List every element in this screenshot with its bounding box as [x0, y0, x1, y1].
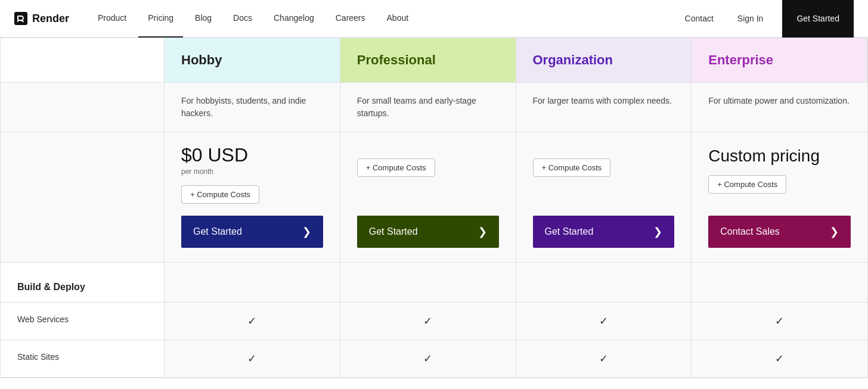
- section-empty-organization: [516, 263, 692, 303]
- section-label-text: Build & Deploy: [17, 282, 85, 292]
- cta-label-enterprise: Contact Sales: [720, 226, 780, 237]
- pricing-table: Hobby Professional Organization Enterpri…: [0, 38, 868, 378]
- plan-name-professional: Professional: [357, 52, 436, 67]
- feature-check-web-services-enterprise: ✓: [692, 303, 867, 340]
- feature-check-static-sites-organization: ✓: [516, 340, 692, 378]
- brand-logo[interactable]: Render: [14, 12, 69, 25]
- render-logo-icon: [14, 12, 27, 25]
- arrow-icon-enterprise: ❯: [830, 225, 839, 238]
- feature-check-static-sites-enterprise: ✓: [692, 340, 867, 378]
- plan-header-hobby: Hobby: [165, 38, 340, 83]
- plan-name-hobby: Hobby: [181, 52, 222, 67]
- feature-check-static-sites-professional: ✓: [340, 340, 516, 378]
- checkmark: ✓: [775, 353, 784, 365]
- brand-name: Render: [32, 13, 69, 25]
- plan-cta-professional: Get Started ❯: [340, 216, 516, 263]
- arrow-icon-professional: ❯: [478, 225, 487, 238]
- plan-desc-professional: For small teams and early-stage startups…: [340, 83, 516, 132]
- compute-costs-enterprise[interactable]: + Compute Costs: [708, 175, 786, 194]
- nav-blog[interactable]: Blog: [185, 0, 221, 38]
- nav-docs[interactable]: Docs: [224, 0, 262, 38]
- plan-cta-hobby: Get Started ❯: [165, 216, 340, 263]
- compute-costs-organization[interactable]: + Compute Costs: [533, 158, 611, 177]
- section-label-build-deploy: Build & Deploy: [1, 263, 165, 303]
- pricing-wrapper: Hobby Professional Organization Enterpri…: [0, 38, 868, 378]
- nav-right: Contact Sign In Get Started: [675, 0, 854, 38]
- cta-label-organization: Get Started: [545, 226, 594, 237]
- plan-price-professional: + Compute Costs: [340, 132, 516, 216]
- cta-button-enterprise[interactable]: Contact Sales ❯: [708, 216, 851, 248]
- checkmark: ✓: [423, 353, 432, 365]
- plan-price-enterprise: Custom pricing + Compute Costs: [692, 132, 867, 216]
- feature-label-web-services: Web Services: [1, 303, 165, 340]
- feature-check-static-sites-hobby: ✓: [165, 340, 340, 378]
- nav-changelog[interactable]: Changelog: [264, 0, 324, 38]
- checkmark: ✓: [247, 315, 256, 327]
- cta-empty-cell: [1, 216, 165, 263]
- checkmark: ✓: [599, 353, 608, 365]
- cta-label-professional: Get Started: [369, 226, 418, 237]
- plan-cta-organization: Get Started ❯: [516, 216, 692, 263]
- price-empty-cell: [1, 132, 165, 216]
- price-amount-hobby: $0 USD: [181, 144, 323, 166]
- custom-pricing-label: Custom pricing: [708, 144, 851, 166]
- checkmark: ✓: [247, 353, 256, 365]
- feature-name-web-services: Web Services: [17, 315, 69, 324]
- nav-links: Product Pricing Blog Docs Changelog Care…: [88, 0, 675, 38]
- nav-get-started-button[interactable]: Get Started: [782, 0, 854, 38]
- section-empty-professional: [340, 263, 516, 303]
- nav-about[interactable]: About: [377, 0, 418, 38]
- checkmark: ✓: [423, 315, 432, 327]
- compute-costs-hobby[interactable]: + Compute Costs: [181, 185, 259, 204]
- nav-product[interactable]: Product: [88, 0, 136, 38]
- plan-header-organization: Organization: [516, 38, 692, 83]
- cta-button-organization[interactable]: Get Started ❯: [533, 216, 675, 248]
- price-period-hobby: per month: [181, 167, 323, 176]
- plan-cta-enterprise: Contact Sales ❯: [692, 216, 867, 263]
- feature-check-web-services-professional: ✓: [340, 303, 516, 340]
- feature-label-static-sites: Static Sites: [1, 340, 165, 378]
- cta-button-hobby[interactable]: Get Started ❯: [181, 216, 323, 248]
- plan-desc-organization: For larger teams with complex needs.: [516, 83, 692, 132]
- nav-contact[interactable]: Contact: [675, 9, 723, 28]
- feature-name-static-sites: Static Sites: [17, 352, 59, 362]
- feature-check-web-services-organization: ✓: [516, 303, 692, 340]
- arrow-icon-organization: ❯: [653, 225, 662, 238]
- plan-header-enterprise: Enterprise: [692, 38, 867, 83]
- nav-sign-in[interactable]: Sign In: [728, 9, 773, 28]
- navbar: Render Product Pricing Blog Docs Changel…: [0, 0, 868, 38]
- plan-name-enterprise: Enterprise: [708, 52, 773, 67]
- plan-header-professional: Professional: [340, 38, 516, 83]
- feature-check-web-services-hobby: ✓: [165, 303, 340, 340]
- svg-rect-0: [14, 12, 27, 25]
- compute-costs-professional[interactable]: + Compute Costs: [357, 158, 435, 177]
- nav-pricing[interactable]: Pricing: [138, 0, 183, 38]
- plan-desc-hobby: For hobbyists, students, and indie hacke…: [165, 83, 340, 132]
- checkmark: ✓: [775, 315, 784, 327]
- plan-price-organization: + Compute Costs: [516, 132, 692, 216]
- nav-careers[interactable]: Careers: [326, 0, 375, 38]
- desc-empty-cell: [1, 83, 165, 132]
- cta-button-professional[interactable]: Get Started ❯: [357, 216, 499, 248]
- section-empty-hobby: [165, 263, 340, 303]
- arrow-icon-hobby: ❯: [302, 225, 311, 238]
- plan-desc-enterprise: For ultimate power and customization.: [692, 83, 867, 132]
- section-empty-enterprise: [692, 263, 867, 303]
- cta-label-hobby: Get Started: [193, 226, 242, 237]
- header-empty-cell: [1, 38, 165, 83]
- checkmark: ✓: [599, 315, 608, 327]
- plan-name-organization: Organization: [533, 52, 613, 67]
- plan-price-hobby: $0 USD per month + Compute Costs: [165, 132, 340, 216]
